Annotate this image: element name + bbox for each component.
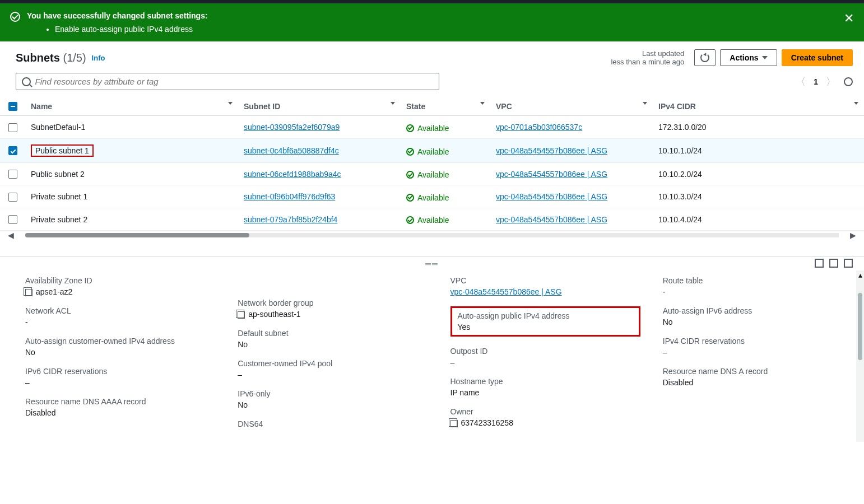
cell-subnet-id[interactable]: subnet-0f96b04ff976d9f63 [244, 192, 335, 201]
cell-vpc[interactable]: vpc-048a5454557b086ee | ASG [496, 170, 607, 179]
cell-name: Private subnet 1 [31, 192, 87, 201]
details-panel: Availability Zone ID apse1-az2 Network A… [0, 270, 864, 442]
cell-cidr: 10.10.2.0/24 [658, 170, 702, 179]
table-row[interactable]: Private subnet 1subnet-0f96b04ff976d9f63… [0, 185, 864, 208]
refresh-icon [700, 53, 709, 62]
value-aacoi: No [25, 348, 215, 357]
page-header: Subnets (1/5) Info Last updated less tha… [0, 41, 864, 73]
cell-name: Private subnet 2 [31, 215, 87, 224]
cell-vpc[interactable]: vpc-048a5454557b086ee | ASG [496, 146, 607, 155]
success-check-icon [10, 12, 20, 22]
cell-cidr: 10.10.3.0/24 [658, 192, 702, 201]
refresh-button[interactable] [694, 49, 716, 66]
cell-subnet-id[interactable]: subnet-079a7bf85b2f24bf4 [244, 215, 337, 224]
cell-vpc[interactable]: vpc-0701a5b03f066537c [496, 123, 582, 132]
highlighted-name: Public subnet 1 [31, 144, 94, 157]
highlighted-auto-assign-ipv4: Auto-assign public IPv4 address Yes [450, 306, 640, 337]
status-available-icon [406, 171, 414, 179]
value-vpc[interactable]: vpc-048a5454557b086ee | ASG [450, 287, 562, 296]
label-v4res: IPv4 CIDR reservations [663, 337, 853, 346]
close-icon[interactable]: ✕ [844, 11, 854, 26]
drag-handle[interactable]: ══ [0, 256, 864, 270]
actions-button[interactable]: Actions [720, 49, 777, 66]
cell-name: SubnetDefaul-1 [31, 123, 85, 132]
table-row[interactable]: SubnetDefaul-1subnet-039095fa2ef6079a9Av… [0, 116, 864, 139]
info-link[interactable]: Info [92, 54, 105, 62]
copy-icon[interactable] [450, 420, 458, 427]
cell-vpc[interactable]: vpc-048a5454557b086ee | ASG [496, 215, 607, 224]
cell-state: Available [406, 170, 449, 179]
row-checkbox[interactable] [8, 170, 17, 179]
page-title: Subnets [16, 52, 60, 64]
row-checkbox[interactable] [8, 193, 17, 202]
cell-subnet-id[interactable]: subnet-0c4bf6a508887df4c [244, 146, 339, 155]
banner-title: You have successfully changed subnet set… [27, 11, 208, 20]
label-copool: Customer-owned IPv4 pool [238, 359, 428, 368]
table-row[interactable]: Public subnet 1subnet-0c4bf6a508887df4cA… [0, 138, 864, 162]
row-checkbox[interactable] [8, 146, 17, 155]
panel-layout-3-icon[interactable] [844, 259, 853, 268]
subnets-table: Name Subnet ID State VPC IPv4 CIDR Subne… [0, 97, 864, 231]
row-checkbox[interactable] [8, 123, 17, 132]
create-subnet-button[interactable]: Create subnet [782, 49, 853, 66]
page-number: 1 [814, 77, 818, 86]
col-subnet-id[interactable]: Subnet ID [244, 102, 280, 111]
value-v4res: – [663, 348, 853, 357]
cell-state: Available [406, 216, 449, 225]
status-available-icon [406, 148, 414, 156]
cell-subnet-id[interactable]: subnet-06cefd1988bab9a4c [244, 170, 341, 179]
search-icon [22, 77, 31, 86]
cell-subnet-id[interactable]: subnet-039095fa2ef6079a9 [244, 123, 340, 132]
cell-state: Available [406, 193, 449, 202]
row-checkbox[interactable] [8, 215, 17, 224]
panel-layout-1-icon[interactable] [815, 259, 824, 268]
value-v6only: No [238, 400, 428, 409]
status-available-icon [406, 194, 414, 202]
label-auto-assign-ipv4: Auto-assign public IPv4 address [458, 311, 633, 320]
col-state[interactable]: State [406, 102, 425, 111]
value-az-id: apse1-az2 [36, 287, 72, 296]
label-arec: Resource name DNS A record [663, 367, 853, 376]
horizontal-scrollbar[interactable] [25, 233, 839, 237]
label-vpc: VPC [450, 276, 640, 285]
label-aaaa: Resource name DNS AAAA record [25, 397, 215, 406]
copy-icon[interactable] [25, 289, 32, 296]
next-page-button[interactable]: 〉 [826, 75, 836, 88]
cell-name: Public subnet 2 [31, 170, 85, 179]
cell-vpc[interactable]: vpc-048a5454557b086ee | ASG [496, 192, 607, 201]
value-default: No [238, 340, 428, 349]
selection-count: (1/5) [63, 52, 86, 64]
select-all-checkbox[interactable] [8, 102, 17, 111]
label-aacoi: Auto-assign customer-owned IPv4 address [25, 337, 215, 346]
prev-page-button[interactable]: 〈 [796, 75, 806, 88]
last-updated: Last updated less than a minute ago [611, 49, 684, 66]
status-available-icon [406, 124, 414, 132]
status-available-icon [406, 216, 414, 224]
col-name[interactable]: Name [31, 102, 52, 111]
success-banner: You have successfully changed subnet set… [0, 3, 864, 41]
cell-state: Available [406, 124, 449, 133]
table-row[interactable]: Private subnet 2subnet-079a7bf85b2f24bf4… [0, 208, 864, 231]
label-nbg: Network border group [238, 298, 428, 307]
label-v6only: IPv6-only [238, 389, 428, 398]
col-vpc[interactable]: VPC [496, 102, 512, 111]
label-dns64: DNS64 [238, 419, 428, 428]
copy-icon[interactable] [238, 311, 245, 319]
search-input-wrapper[interactable] [16, 73, 439, 90]
vertical-scrollbar[interactable]: ▴ [856, 270, 864, 442]
search-input[interactable] [35, 77, 433, 86]
chevron-down-icon [762, 56, 768, 59]
label-default: Default subnet [238, 329, 428, 338]
value-v6res: – [25, 378, 215, 387]
panel-layout-2-icon[interactable] [829, 259, 838, 268]
banner-detail: Enable auto-assign public IPv4 address [55, 25, 208, 34]
value-nbg: ap-southeast-1 [248, 310, 300, 319]
col-cidr[interactable]: IPv4 CIDR [658, 102, 696, 111]
value-aaaa: Disabled [25, 408, 215, 417]
label-owner: Owner [450, 407, 640, 416]
table-row[interactable]: Public subnet 2subnet-06cefd1988bab9a4cA… [0, 162, 864, 185]
settings-icon[interactable] [844, 77, 853, 86]
label-outpost: Outpost ID [450, 347, 640, 356]
value-route-table: - [663, 287, 853, 296]
label-az-id: Availability Zone ID [25, 276, 215, 285]
